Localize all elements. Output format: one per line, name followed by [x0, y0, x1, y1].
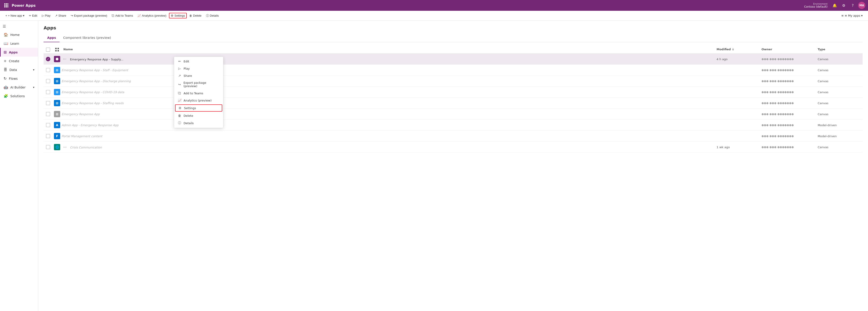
row-checkbox-box[interactable] — [46, 68, 50, 72]
table-row[interactable]: ⊞ Emergency Response App - Staff - Equip… — [43, 65, 863, 76]
user-avatar[interactable]: MA — [858, 2, 865, 9]
export-package-button[interactable]: ↪ Export package (preview) — [69, 13, 109, 19]
row-app-icon: 🌐 — [53, 144, 62, 150]
context-menu-details[interactable]: ⓘ Details — [174, 119, 223, 127]
add-to-teams-button[interactable]: ⿻ Add to Teams — [110, 13, 135, 19]
my-apps-chevron-icon: ▾ — [861, 14, 863, 17]
settings-toolbar-button[interactable]: ⚙ Settings — [169, 13, 187, 19]
app-icon-badge: 🌐 — [54, 144, 60, 150]
row-checkbox[interactable]: ✓ — [43, 57, 53, 61]
play-icon: ▷ — [42, 14, 44, 17]
export-icon: ↪ — [71, 14, 73, 17]
app-icon-badge: ⊞ — [54, 111, 60, 117]
row-checkbox-box[interactable] — [46, 145, 50, 149]
row-checkbox-box[interactable] — [46, 90, 50, 94]
table-row[interactable]: ⊞ Emergency Response App - COVID-19 data… — [43, 87, 863, 98]
waffle-menu-button[interactable] — [3, 2, 10, 9]
delete-button[interactable]: 🗑 Delete — [188, 13, 203, 19]
context-menu-export[interactable]: ↪ Export package (preview) — [174, 79, 223, 90]
sidebar-item-data[interactable]: 🗄 Data ▾ — [0, 65, 38, 74]
row-checkbox[interactable] — [43, 68, 53, 72]
tab-apps[interactable]: Apps — [43, 34, 60, 42]
select-all-checkbox[interactable] — [46, 47, 50, 51]
row-checkbox-box[interactable] — [46, 123, 50, 127]
notifications-button[interactable]: 🔔 — [831, 2, 838, 9]
edit-button[interactable]: ✏ Edit — [27, 13, 39, 19]
context-menu-share[interactable]: ↗ Share — [174, 72, 223, 79]
row-modified: 1 wk ago — [717, 145, 762, 149]
context-menu-details-label: Details — [184, 122, 194, 125]
row-checkbox[interactable] — [43, 101, 53, 105]
help-button[interactable]: ? — [849, 2, 856, 9]
table-row[interactable]: ⊞ Emergency Response App - Discharge pla… — [43, 76, 863, 87]
details-button[interactable]: ⓘ Details — [204, 12, 221, 19]
context-menu-edit[interactable]: ✏ Edit — [174, 58, 223, 65]
context-menu-analytics[interactable]: 📈 Analytics (preview) — [174, 97, 223, 104]
table-row[interactable]: A Admin App - Emergency Response App ●●●… — [43, 120, 863, 131]
sidebar-item-data-label: Data — [9, 68, 17, 72]
edit-icon: ✏ — [178, 60, 181, 63]
table-row[interactable]: ⊞ Emergency Response App ●●● ●●● ●●●●●●●… — [43, 109, 863, 120]
row-checkbox[interactable] — [43, 123, 53, 127]
row-checkbox-box[interactable] — [46, 112, 50, 116]
row-type: Canvas — [818, 145, 863, 149]
sidebar-item-ai-builder[interactable]: 🤖 AI Builder ▾ — [0, 83, 38, 92]
row-checkbox-box[interactable] — [46, 79, 50, 83]
analytics-button[interactable]: 📈 Analytics (preview) — [136, 13, 168, 19]
context-menu-add-to-teams[interactable]: ⿻ Add to Teams — [174, 90, 223, 97]
edit-icon: ✏ — [29, 14, 31, 17]
sidebar-item-solutions[interactable]: 🧩 Solutions — [0, 92, 38, 100]
table-row[interactable]: ⊞ Emergency Response App - Staffing need… — [43, 98, 863, 109]
sidebar-item-apps[interactable]: ⊞ Apps — [0, 48, 38, 57]
share-button[interactable]: ↗ Share — [53, 13, 68, 19]
row-checkbox[interactable] — [43, 112, 53, 116]
table-row[interactable]: ✓ ··· Emergency Response App - Supply...… — [43, 54, 863, 65]
row-checkbox[interactable] — [43, 90, 53, 94]
export-icon: ↪ — [178, 83, 181, 86]
context-menu-delete[interactable]: 🗑 Delete — [174, 112, 223, 119]
details-icon: ⓘ — [206, 14, 209, 18]
environment-selector[interactable]: Environment Contoso (default) — [804, 3, 828, 8]
check-circle-icon: ✓ — [46, 57, 50, 61]
flows-icon: ↻ — [4, 76, 6, 81]
col-header-type: Type — [818, 47, 863, 51]
sidebar-collapse-button[interactable]: ☰ — [0, 23, 38, 30]
row-checkbox-box[interactable] — [46, 101, 50, 105]
settings-icon: ⚙ — [171, 14, 174, 17]
sidebar-item-create[interactable]: + Create — [0, 57, 38, 65]
settings-button[interactable]: ⚙ — [840, 2, 847, 9]
svg-rect-7 — [6, 6, 7, 7]
table-header: Name Modified ↓ Owner Type — [43, 46, 863, 54]
row-app-icon: ⊞ — [53, 111, 62, 117]
table-row[interactable]: 🌐 ··· Crisis Communication 1 wk ago ●●● … — [43, 142, 863, 153]
app-icon-badge: A — [54, 122, 60, 128]
row-checkbox[interactable] — [43, 79, 53, 83]
sidebar-item-flows[interactable]: ↻ Flows — [0, 74, 38, 83]
row-checkbox-box[interactable] — [46, 134, 50, 138]
context-menu-settings[interactable]: ⚙ Settings — [175, 104, 222, 112]
svg-rect-2 — [7, 3, 8, 4]
sidebar-item-learn-label: Learn — [10, 42, 19, 45]
dots-more[interactable]: ··· — [62, 57, 68, 62]
new-app-button[interactable]: + + New app ▾ — [4, 13, 26, 19]
table-row[interactable]: F Portal Management content ●●● ●●● ●●●●… — [43, 131, 863, 142]
context-menu-edit-label: Edit — [184, 60, 189, 63]
plus-icon: + — [5, 14, 7, 17]
row-checkbox[interactable] — [43, 134, 53, 138]
sidebar-item-learn[interactable]: 📖 Learn — [0, 39, 38, 48]
app-title: Power Apps — [12, 3, 804, 8]
context-menu-play[interactable]: ▷ Play — [174, 65, 223, 72]
dots-more[interactable]: ··· — [62, 145, 68, 150]
my-apps-button[interactable]: ≡ ≡ My apps ▾ — [839, 13, 864, 19]
ai-builder-icon: 🤖 — [4, 85, 8, 90]
col-header-name: Name — [62, 47, 717, 51]
row-checkbox[interactable] — [43, 145, 53, 149]
row-owner: ●●● ●●● ●●●●●●● — [762, 124, 818, 127]
row-type: Canvas — [818, 102, 863, 105]
play-button[interactable]: ▷ Play — [40, 13, 52, 19]
tab-component-libraries[interactable]: Component libraries (preview) — [60, 34, 115, 42]
data-icon: 🗄 — [4, 68, 7, 72]
sidebar-item-home[interactable]: 🏠 Home — [0, 30, 38, 39]
row-app-icon: ⊞ — [53, 78, 62, 84]
sidebar-item-ai-builder-label: AI Builder — [10, 85, 26, 89]
